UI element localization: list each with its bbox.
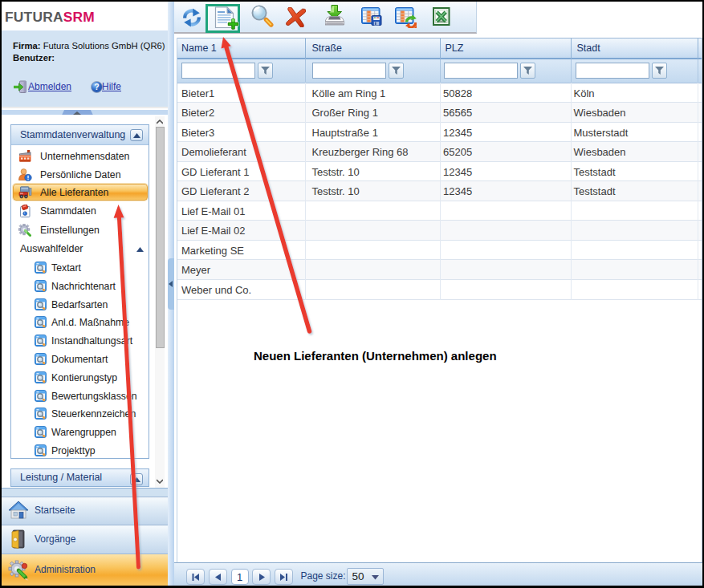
svg-text:?: ?	[94, 83, 99, 91]
